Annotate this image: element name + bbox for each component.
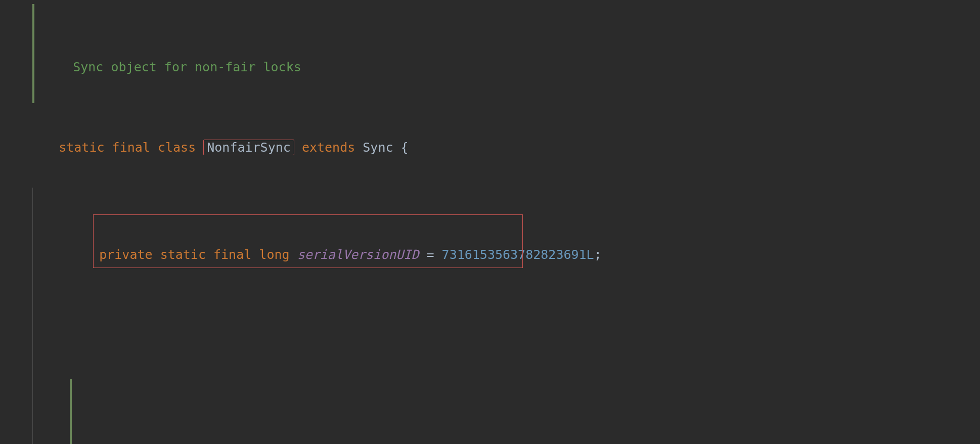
equals: = [419, 247, 441, 262]
field-value: 7316153563782823691L [442, 247, 594, 262]
class-declaration: static final class NonfairSync extends S… [28, 107, 980, 188]
semicolon: ; [594, 247, 602, 262]
type-long: long [259, 247, 289, 262]
field-declaration: private static final long serialVersionU… [28, 188, 980, 295]
keyword-extends: extends [302, 140, 355, 155]
doc-gutter-bar [32, 4, 34, 103]
class-doc-line: Sync object for non-fair locks [28, 0, 980, 107]
field-name: serialVersionUID [297, 247, 419, 262]
code-editor[interactable]: Sync object for non-fair locks static fi… [0, 0, 980, 444]
indent-guide [32, 295, 33, 375]
keyword-class: class [158, 140, 196, 155]
super-class-name: Sync [363, 140, 393, 155]
indent-guide [32, 375, 33, 444]
blank-line [28, 295, 980, 375]
method-doc-line: Performs lock. Try immediate barge, back… [28, 375, 980, 444]
keyword-final: final [213, 247, 251, 262]
class-name[interactable]: NonfairSync [203, 140, 294, 155]
open-brace: { [401, 140, 409, 155]
class-doc-comment: Sync object for non-fair locks [73, 60, 301, 74]
keyword-static: static [59, 140, 104, 155]
doc-gutter-bar [70, 379, 72, 444]
keyword-private: private [99, 247, 152, 262]
keyword-final: final [112, 140, 150, 155]
indent-guide [32, 188, 33, 295]
keyword-static: static [160, 247, 206, 262]
